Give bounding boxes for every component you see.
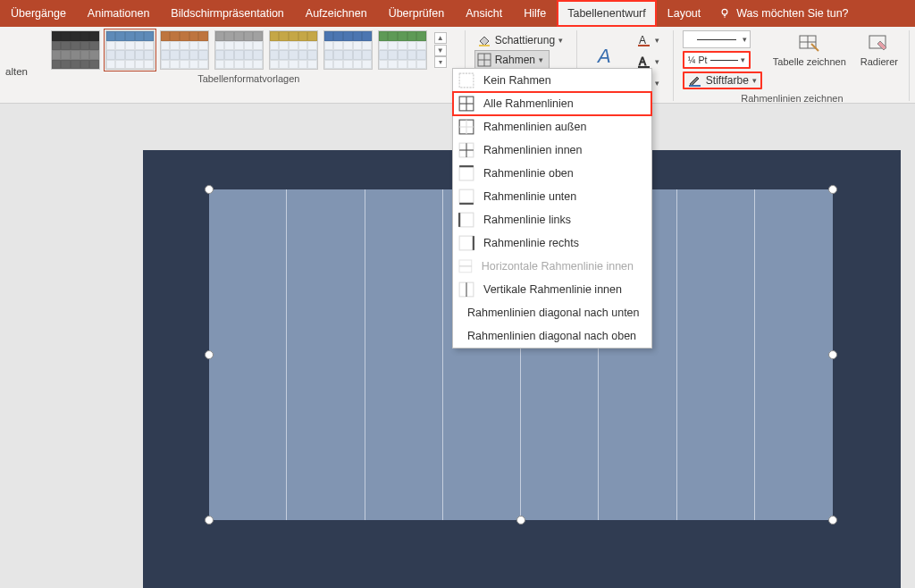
tab-hilfe[interactable]: Hilfe bbox=[513, 0, 557, 27]
table-style-swatch[interactable] bbox=[269, 30, 318, 70]
border-all-icon bbox=[458, 96, 474, 112]
shading-button[interactable]: Schattierung ▾ bbox=[474, 30, 569, 50]
border-left-item[interactable]: Rahmenlinie links bbox=[453, 208, 651, 231]
resize-handle[interactable] bbox=[205, 516, 214, 525]
chevron-down-icon: ▾ bbox=[752, 76, 757, 85]
border-diagonal-up-item[interactable]: Rahmenlinien diagonal nach oben bbox=[453, 324, 651, 348]
tab-animationen[interactable]: Animationen bbox=[77, 0, 161, 27]
border-outside-icon bbox=[458, 119, 474, 135]
border-inside-vertical-item[interactable]: Vertikale Rahmenlinie innen bbox=[453, 278, 651, 301]
paint-bucket-icon bbox=[477, 33, 491, 47]
ribbon: alten ▲ ▼ ▾ Tabellenformatvorlagen Schat… bbox=[0, 27, 915, 104]
draw-borders-caption: Rahmenlinien zeichnen bbox=[741, 93, 843, 104]
table-style-swatch[interactable] bbox=[160, 30, 209, 70]
draw-table-label: Tabelle zeichnen bbox=[773, 56, 846, 67]
tab-ueberpruefen[interactable]: Überprüfen bbox=[378, 0, 456, 27]
table-style-swatch[interactable] bbox=[51, 30, 100, 70]
table-styles-caption: Tabellenformatvorlagen bbox=[197, 73, 299, 84]
svg-rect-11 bbox=[689, 85, 701, 87]
svg-rect-28 bbox=[459, 189, 474, 204]
chevron-down-icon: ▾ bbox=[655, 57, 659, 66]
chevron-down-icon: ▾ bbox=[655, 79, 659, 88]
table-styles-gallery: ▲ ▼ ▾ bbox=[51, 30, 447, 70]
tab-layout[interactable]: Layout bbox=[657, 0, 712, 27]
pen-thickness-value: ¼ Pt bbox=[688, 55, 708, 65]
chevron-down-icon: ▾ bbox=[558, 36, 563, 45]
chevron-down-icon: ▾ bbox=[743, 35, 747, 44]
chevron-down-icon: ▾ bbox=[741, 55, 745, 64]
border-right-item[interactable]: Rahmenlinie rechts bbox=[453, 231, 651, 255]
gallery-more-button[interactable]: ▾ bbox=[434, 56, 447, 68]
svg-rect-30 bbox=[459, 213, 474, 227]
svg-rect-7 bbox=[638, 45, 650, 46]
text-outline-icon: A bbox=[637, 55, 651, 69]
draw-table-button[interactable]: Tabelle zeichnen bbox=[769, 30, 850, 69]
border-inside-icon bbox=[458, 142, 474, 158]
resize-handle[interactable] bbox=[828, 350, 837, 359]
pen-style-select[interactable]: ▾ bbox=[683, 30, 751, 48]
eraser-label: Radierer bbox=[860, 56, 898, 67]
partial-label-halten: alten bbox=[5, 30, 31, 101]
tab-ansicht[interactable]: Ansicht bbox=[455, 0, 513, 27]
draw-borders-group: ▾ ¼ Pt ▾ Stiftfarbe ▾ Tabelle zeichnen bbox=[683, 30, 910, 101]
border-left-icon bbox=[458, 212, 474, 228]
svg-text:A: A bbox=[639, 55, 646, 68]
border-inside-vertical-icon bbox=[458, 281, 474, 298]
chevron-down-icon: ▾ bbox=[655, 36, 659, 45]
border-diagonal-down-item[interactable]: Rahmenlinien diagonal nach unten bbox=[453, 301, 651, 324]
tab-tabellenentwurf[interactable]: Tabellenentwurf bbox=[557, 0, 657, 27]
svg-rect-1 bbox=[479, 45, 490, 46]
border-bottom-item[interactable]: Rahmenlinie unten bbox=[453, 185, 651, 208]
eraser-button[interactable]: Radierer bbox=[857, 30, 902, 69]
borders-dropdown: Kein Rahmen Alle Rahmenlinien Rahmenlini… bbox=[452, 68, 652, 349]
border-all-item[interactable]: Alle Rahmenlinien bbox=[453, 92, 651, 115]
wordart-icon: A bbox=[596, 45, 619, 66]
resize-handle[interactable] bbox=[828, 516, 837, 525]
resize-handle[interactable] bbox=[205, 185, 214, 194]
svg-rect-16 bbox=[459, 73, 474, 88]
tab-aufzeichnen[interactable]: Aufzeichnen bbox=[295, 0, 378, 27]
borders-icon bbox=[477, 53, 491, 67]
gallery-down-button[interactable]: ▼ bbox=[434, 45, 447, 56]
tab-uebergaenge[interactable]: Übergänge bbox=[0, 0, 77, 27]
border-outside-item[interactable]: Rahmenlinien außen bbox=[453, 115, 651, 139]
tell-me-label: Was möchten Sie tun? bbox=[736, 7, 848, 20]
ribbon-tabs: Übergänge Animationen Bildschirmpräsenta… bbox=[0, 0, 915, 27]
pen-thickness-select[interactable]: ¼ Pt ▾ bbox=[683, 51, 751, 69]
draw-table-icon bbox=[798, 32, 821, 54]
border-none-icon bbox=[458, 72, 474, 88]
pen-color-icon bbox=[688, 73, 702, 88]
resize-handle[interactable] bbox=[205, 350, 214, 359]
table-style-swatch[interactable] bbox=[323, 30, 373, 70]
border-bottom-icon bbox=[458, 189, 474, 205]
borders-label: Rahmen bbox=[495, 54, 535, 66]
table-style-swatch[interactable] bbox=[105, 30, 155, 70]
resize-handle[interactable] bbox=[516, 516, 525, 525]
table-styles-group: ▲ ▼ ▾ Tabellenformatvorlagen bbox=[40, 30, 466, 101]
table-style-swatch[interactable] bbox=[214, 30, 264, 70]
lightbulb-icon bbox=[718, 7, 731, 20]
border-none-item[interactable]: Kein Rahmen bbox=[453, 69, 651, 92]
svg-text:A: A bbox=[596, 45, 611, 66]
table-style-swatch[interactable] bbox=[378, 30, 427, 70]
text-fill-button[interactable]: A▾ bbox=[634, 30, 666, 50]
border-top-icon bbox=[458, 165, 474, 181]
svg-text:A: A bbox=[639, 34, 646, 46]
shading-label: Schattierung bbox=[495, 34, 555, 46]
resize-handle[interactable] bbox=[828, 185, 837, 194]
borders-button[interactable]: Rahmen ▾ bbox=[474, 50, 550, 70]
border-top-item[interactable]: Rahmenlinie oben bbox=[453, 162, 651, 185]
pen-color-button[interactable]: Stiftfarbe ▾ bbox=[683, 71, 762, 89]
tell-me-search[interactable]: Was möchten Sie tun? bbox=[718, 7, 848, 20]
border-right-icon bbox=[458, 235, 474, 251]
svg-rect-26 bbox=[459, 166, 474, 181]
border-inside-horizontal-item: Horizontale Rahmenlinie innen bbox=[453, 255, 651, 278]
gallery-scroll: ▲ ▼ ▾ bbox=[434, 30, 447, 70]
border-inside-horizontal-icon bbox=[458, 258, 473, 274]
border-inside-item[interactable]: Rahmenlinien innen bbox=[453, 139, 651, 162]
eraser-icon bbox=[868, 32, 891, 54]
chevron-down-icon: ▾ bbox=[539, 55, 543, 64]
tab-bildschirmpraesentation[interactable]: Bildschirmpräsentation bbox=[160, 0, 294, 27]
gallery-up-button[interactable]: ▲ bbox=[434, 32, 447, 44]
pen-color-label: Stiftfarbe bbox=[706, 74, 749, 87]
